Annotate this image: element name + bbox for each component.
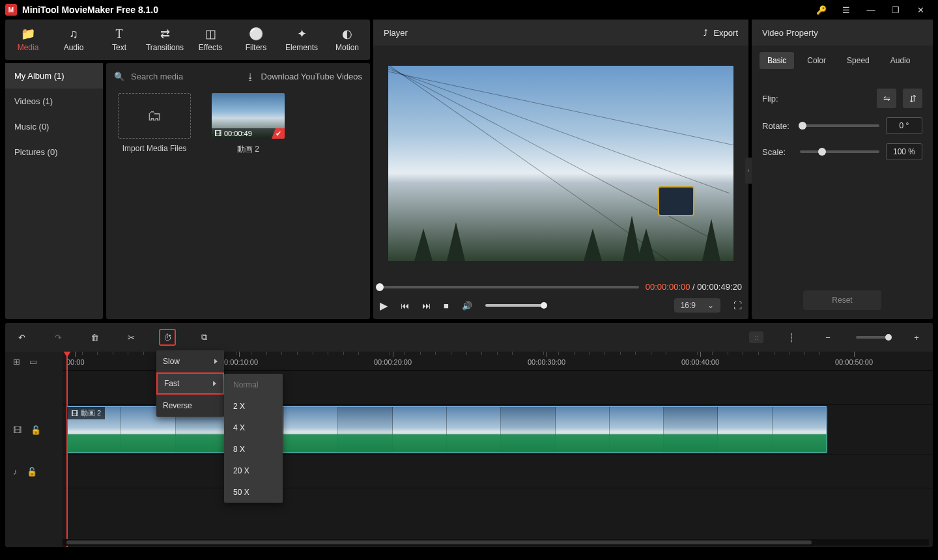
close-icon[interactable]: ✕ — [908, 0, 933, 20]
scale-label: Scale: — [762, 147, 793, 157]
folder-plus-icon: 🗂 — [147, 107, 162, 124]
undo-button[interactable]: ↶ — [13, 329, 30, 346]
motion-icon: ◐ — [342, 27, 352, 40]
audio-lane[interactable] — [63, 455, 933, 488]
prop-tab-color[interactable]: Color — [799, 52, 834, 69]
tab-text[interactable]: TText — [96, 20, 142, 60]
redo-button[interactable]: ↷ — [50, 329, 66, 346]
speed-button[interactable]: ⏱ — [159, 329, 176, 346]
rotate-label: Rotate: — [762, 121, 793, 131]
sidebar-item-myalbum[interactable]: My Album (1) — [5, 63, 103, 89]
clip-icon: 🎞 — [71, 410, 78, 417]
aspect-select[interactable]: 16:9⌄ — [674, 298, 720, 313]
marker-button[interactable]: ┆ — [783, 329, 800, 346]
tab-effects[interactable]: ◫Effects — [188, 20, 233, 60]
flip-label: Flip: — [762, 94, 793, 104]
music-icon: ♫ — [69, 27, 78, 40]
volume-slider[interactable] — [485, 304, 544, 307]
chevron-right-icon — [213, 381, 216, 386]
sidebar-item-music[interactable]: Music (0) — [5, 114, 103, 139]
maximize-icon[interactable]: ❐ — [883, 0, 908, 20]
player-canvas[interactable] — [388, 66, 733, 261]
lock-icon[interactable]: 🔓 — [27, 467, 37, 477]
export-button[interactable]: ⤴ Export — [704, 28, 738, 38]
speed-2x[interactable]: 2 X — [224, 395, 283, 417]
speed-menu: Slow Fast Reverse — [156, 350, 224, 417]
media-clip[interactable]: 🎞00:00:49 ✔ 動画 2 — [206, 93, 290, 155]
minimize-icon[interactable]: — — [859, 0, 883, 20]
tab-motion[interactable]: ◐Motion — [324, 20, 370, 60]
download-icon: ⭳ — [246, 72, 255, 81]
prop-tab-speed[interactable]: Speed — [839, 52, 877, 69]
timecode: 00:00:00:00 / 00:00:49:20 — [646, 282, 742, 292]
seek-slider[interactable] — [380, 286, 639, 288]
titlebar: M MiniTool MovieMaker Free 8.1.0 🔑 ☰ — ❐… — [0, 0, 938, 20]
export-icon: ⤴ — [704, 28, 708, 38]
split-button[interactable]: ✂ — [122, 329, 139, 346]
media-sidebar: My Album (1) Videos (1) Music (0) Pictur… — [5, 63, 103, 319]
speed-20x[interactable]: 20 X — [224, 460, 283, 481]
video-icon: 🎞 — [214, 130, 221, 137]
crop-button[interactable]: ⧉ — [195, 329, 212, 346]
chevron-right-icon — [214, 359, 218, 364]
playhead[interactable] — [66, 352, 68, 547]
lock-icon[interactable]: 🔓 — [31, 425, 41, 435]
module-tabs: 📁Media ♫Audio TText ⇄Transitions ◫Effect… — [5, 20, 370, 60]
speed-8x[interactable]: 8 X — [224, 438, 283, 460]
zoom-in-button[interactable]: + — [908, 329, 925, 346]
player-title: Player — [384, 28, 408, 38]
chevron-down-icon: ⌄ — [707, 301, 714, 310]
zoom-slider[interactable] — [856, 336, 888, 339]
track-list-button[interactable]: ▭ — [29, 357, 37, 367]
filters-icon: ⚪ — [249, 27, 263, 40]
download-youtube-link[interactable]: Download YouTube Videos — [261, 72, 362, 81]
player-panel: Player ⤴ Export 00:00:00:00 / — [373, 20, 748, 319]
play-button[interactable]: ▶ — [380, 300, 388, 312]
speed-fast[interactable]: Fast — [156, 372, 224, 395]
delete-button[interactable]: 🗑 — [86, 329, 103, 346]
rotate-value[interactable]: 0 ° — [886, 117, 922, 134]
collapse-handle[interactable]: › — [745, 158, 752, 184]
sidebar-item-videos[interactable]: Videos (1) — [5, 89, 103, 114]
search-input[interactable]: Search media — [131, 72, 183, 81]
h-scrollbar[interactable] — [63, 539, 929, 546]
zoom-out-button[interactable]: − — [819, 329, 836, 346]
tab-elements[interactable]: ✦Elements — [279, 20, 324, 60]
stop-button[interactable]: ■ — [444, 301, 449, 311]
reset-button[interactable]: Reset — [803, 290, 881, 310]
menu-icon[interactable]: ☰ — [834, 0, 859, 20]
speed-4x[interactable]: 4 X — [224, 417, 283, 438]
folder-icon: 📁 — [21, 27, 35, 40]
fullscreen-button[interactable]: ⛶ — [733, 301, 742, 311]
elements-icon: ✦ — [297, 27, 307, 40]
speed-reverse[interactable]: Reverse — [156, 395, 224, 417]
rotate-slider[interactable] — [800, 124, 879, 127]
app-title: MiniTool MovieMaker Free 8.1.0 — [22, 5, 809, 15]
sidebar-item-pictures[interactable]: Pictures (0) — [5, 139, 103, 165]
add-track-button[interactable]: ⊞ — [13, 357, 20, 367]
speed-normal[interactable]: Normal — [224, 374, 283, 395]
flip-vertical-button[interactable]: ⇵ — [903, 89, 922, 108]
audio-track-icon: ♪ — [13, 467, 18, 477]
prop-tab-basic[interactable]: Basic — [760, 52, 794, 69]
app-logo: M — [5, 4, 17, 16]
scale-slider[interactable] — [800, 150, 879, 153]
clip-waveform — [67, 434, 827, 453]
tab-media[interactable]: 📁Media — [5, 20, 51, 60]
prev-frame-button[interactable]: ⏮ — [401, 301, 409, 311]
timeline-toolbar: ↶ ↷ 🗑 ✂ ⏱ ⧉ :: ┆ − + — [5, 323, 933, 352]
prop-tab-audio[interactable]: Audio — [883, 52, 918, 69]
tab-filters[interactable]: ⚪Filters — [233, 20, 279, 60]
timeline: ↶ ↷ 🗑 ✂ ⏱ ⧉ :: ┆ − + ⊞▭ 🎞🔓 ♪🔓 00:0000:00… — [5, 323, 933, 547]
speed-50x[interactable]: 50 X — [224, 481, 283, 503]
scale-value[interactable]: 100 % — [886, 143, 922, 160]
speed-slow[interactable]: Slow — [156, 350, 224, 372]
next-frame-button[interactable]: ⏭ — [422, 301, 431, 311]
snap-toggle[interactable]: :: — [749, 331, 763, 343]
tab-audio[interactable]: ♫Audio — [51, 20, 96, 60]
key-icon[interactable]: 🔑 — [809, 0, 834, 20]
tab-transitions[interactable]: ⇄Transitions — [142, 20, 188, 60]
import-card[interactable]: 🗂 Import Media Files — [113, 93, 196, 153]
volume-icon[interactable]: 🔊 — [462, 301, 472, 311]
flip-horizontal-button[interactable]: ⇋ — [877, 89, 896, 108]
